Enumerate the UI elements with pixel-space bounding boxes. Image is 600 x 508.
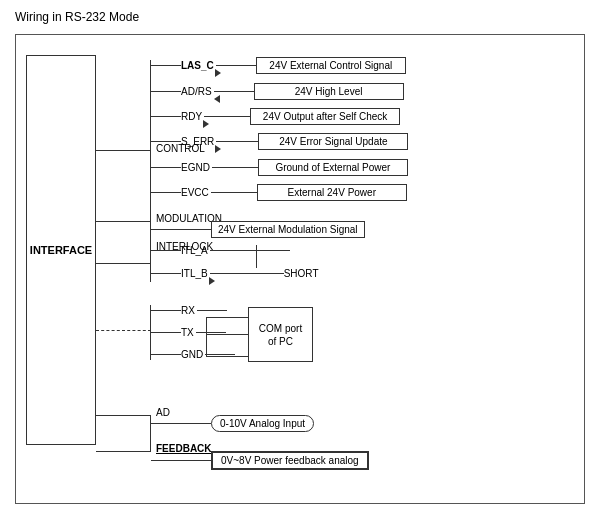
interlock-connector-h [96, 263, 151, 264]
box-modulation: 24V External Modulation Signal [211, 221, 365, 238]
ad-connector-h [96, 415, 151, 416]
page-title: Wiring in RS-232 Mode [15, 10, 585, 24]
box-ad: 0-10V Analog Input [211, 415, 314, 432]
box-feedback: 0V~8V Power feedback analog [211, 451, 369, 470]
row-adrs: AD/RS 24V High Level [151, 83, 404, 100]
rx-to-com [206, 317, 248, 318]
row-gnd: GND [151, 349, 235, 360]
signal-itla: ITL_A [181, 245, 208, 256]
signal-egnd: EGND [181, 162, 210, 173]
rs232-connector-h [96, 330, 151, 331]
signal-tx: TX [181, 327, 194, 338]
signal-adrs: AD/RS [181, 86, 212, 97]
box-adrs: 24V High Level [254, 83, 404, 100]
short-label: SHORT [284, 268, 319, 279]
signal-gnd: GND [181, 349, 203, 360]
row-egnd: EGND Ground of External Power [151, 159, 408, 176]
box-serr: 24V Error Signal Update [258, 133, 408, 150]
gnd-to-com [206, 356, 248, 357]
row-feedback: 0V~8V Power feedback analog [151, 451, 369, 470]
row-evcc: EVCC External 24V Power [151, 184, 407, 201]
box-las-c: 24V External Control Signal [256, 57, 406, 74]
signal-las-c: LAS_C [181, 60, 214, 71]
signal-rdy: RDY [181, 111, 202, 122]
row-serr: S_ERR 24V Error Signal Update [151, 133, 408, 150]
row-rdy: RDY 24V Output after Self Check [151, 108, 400, 125]
row-itlb: ITL_B SHORT [151, 268, 319, 279]
diagram: INTERFACE CONTROL LAS_C 24V External Con… [15, 34, 585, 504]
lower-connector-v [150, 415, 151, 451]
box-evcc: External 24V Power [257, 184, 407, 201]
row-modulation: 24V External Modulation Signal [151, 221, 365, 238]
box-rdy: 24V Output after Self Check [250, 108, 400, 125]
tx-to-com [206, 334, 248, 335]
row-ad: 0-10V Analog Input [151, 415, 314, 432]
rs232-signals-vline [206, 317, 207, 356]
signal-itlb: ITL_B [181, 268, 208, 279]
row-rx: RX [151, 305, 227, 316]
signal-rx: RX [181, 305, 195, 316]
com-port-box: COM portof PC [248, 307, 313, 362]
interface-box: INTERFACE [26, 55, 96, 445]
interface-label: INTERFACE [30, 244, 92, 256]
control-connector-h [96, 150, 151, 151]
box-egnd: Ground of External Power [258, 159, 408, 176]
feedback-connector-h [96, 451, 151, 452]
itl-vline [256, 245, 257, 268]
row-tx: TX [151, 327, 226, 338]
signal-evcc: EVCC [181, 187, 209, 198]
row-itla: ITL_A [151, 245, 290, 256]
row-las-c: LAS_C 24V External Control Signal [151, 57, 406, 74]
modulation-connector-h [96, 221, 151, 222]
signal-serr: S_ERR [181, 136, 214, 147]
